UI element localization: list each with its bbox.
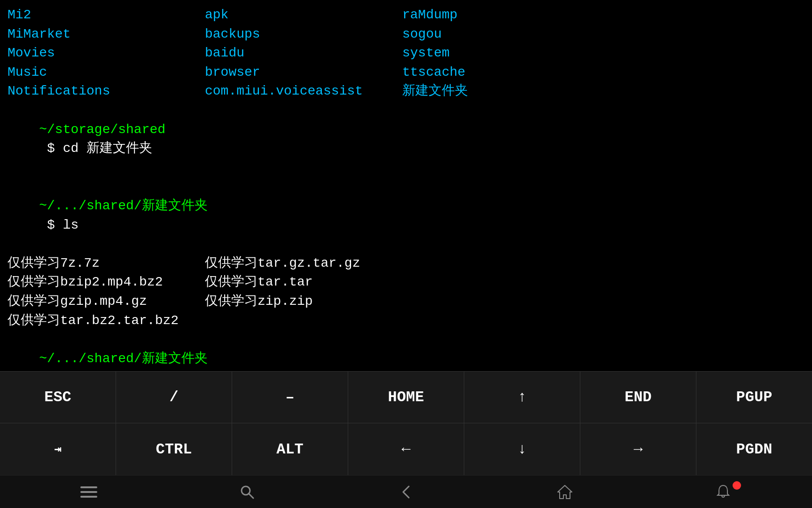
svg-rect-0 <box>80 486 97 488</box>
ls-col1-3: Movies <box>8 44 205 63</box>
svg-rect-1 <box>80 491 97 493</box>
prompt-1: ~/storage/shared <box>39 122 165 137</box>
ls-row-5: Notifications com.miui.voiceassist 新建文件夹 <box>8 82 804 101</box>
ls2-row-1: 仅供学习7z.7z 仅供学习tar.gz.tar.gz <box>8 254 804 273</box>
key-esc[interactable]: ESC <box>0 372 116 423</box>
ls-col2-4: browser <box>205 63 402 82</box>
ls-col3-3: system <box>402 44 804 63</box>
key-pgup[interactable]: PGUP <box>696 372 812 423</box>
cmd1-text: $ cd 新建文件夹 <box>39 141 152 156</box>
ls2-col2-3: 仅供学习zip.zip <box>205 292 402 311</box>
ls-row-2: MiMarket backups sogou <box>8 25 804 44</box>
svg-line-4 <box>249 493 253 498</box>
ls-col2-2: backups <box>205 25 402 44</box>
ls-col1-2: MiMarket <box>8 25 205 44</box>
keyboard-row-2: ⇥ CTRL ALT ← ↓ → PGDN <box>0 423 812 475</box>
ls2-col1-1: 仅供学习7z.7z <box>8 254 205 273</box>
nav-search[interactable] <box>228 480 266 504</box>
home-icon <box>557 484 573 500</box>
ls-col3-2: sogou <box>402 25 804 44</box>
key-slash[interactable]: / <box>116 372 232 423</box>
terminal-area: Mi2 apk raMdump MiMarket backups sogou M… <box>0 0 812 371</box>
keyboard: ESC / – HOME ↑ END PGUP ⇥ CTRL ALT ← ↓ →… <box>0 371 812 475</box>
notification-dot <box>733 481 741 490</box>
ls-col3-5: 新建文件夹 <box>402 82 804 101</box>
ls-col1-5: Notifications <box>8 82 205 101</box>
ls2-col2-4 <box>205 311 402 331</box>
ls2-col2-2: 仅供学习tar.tar <box>205 273 402 292</box>
ls-col2-5: com.miui.voiceassist <box>205 82 402 101</box>
ls-row-3: Movies baidu system <box>8 44 804 63</box>
ls-col2-3: baidu <box>205 44 402 63</box>
ls2-row-2: 仅供学习bzip2.mp4.bz2 仅供学习tar.tar <box>8 273 804 292</box>
key-right[interactable]: → <box>580 423 696 475</box>
prompt-3: ~/.../shared/新建文件夹 <box>39 351 207 366</box>
cmd1-line: ~/storage/shared $ cd 新建文件夹 <box>8 101 804 177</box>
ls-col3-4: ttscache <box>402 63 804 82</box>
key-tab[interactable]: ⇥ <box>0 423 116 475</box>
navbar <box>0 475 812 508</box>
key-up[interactable]: ↑ <box>464 372 580 423</box>
nav-menu[interactable] <box>70 480 108 504</box>
ls2-col1-4: 仅供学习tar.bz2.tar.bz2 <box>8 311 205 331</box>
ls2-col1-2: 仅供学习bzip2.mp4.bz2 <box>8 273 205 292</box>
ls-row-1: Mi2 apk raMdump <box>8 6 804 25</box>
key-pgdn[interactable]: PGDN <box>696 423 812 475</box>
nav-notification[interactable] <box>704 480 742 504</box>
menu-icon <box>80 485 97 499</box>
ls2-row-3: 仅供学习gzip.mp4.gz 仅供学习zip.zip <box>8 292 804 311</box>
ls2-col1-3: 仅供学习gzip.mp4.gz <box>8 292 205 311</box>
svg-marker-5 <box>558 485 572 499</box>
notification-icon <box>716 484 731 500</box>
cmd2-line: ~/.../shared/新建文件夹 $ ls <box>8 177 804 254</box>
search-icon <box>240 484 255 500</box>
key-ctrl[interactable]: CTRL <box>116 423 232 475</box>
ls2-row-4: 仅供学习tar.bz2.tar.bz2 <box>8 311 804 331</box>
key-home[interactable]: HOME <box>348 372 464 423</box>
prompt-2: ~/.../shared/新建文件夹 <box>39 198 207 213</box>
keyboard-row-1: ESC / – HOME ↑ END PGUP <box>0 372 812 423</box>
svg-rect-2 <box>80 496 97 498</box>
ls-col1-4: Music <box>8 63 205 82</box>
key-down[interactable]: ↓ <box>464 423 580 475</box>
key-end[interactable]: END <box>580 372 696 423</box>
cmd3-line: ~/.../shared/新建文件夹 $ <box>8 330 804 371</box>
cmd3-text: $ <box>39 370 62 371</box>
back-icon <box>398 484 414 500</box>
cmd2-text: $ ls <box>39 218 78 232</box>
key-dash[interactable]: – <box>232 372 348 423</box>
nav-back[interactable] <box>387 480 425 504</box>
ls-row-4: Music browser ttscache <box>8 63 804 82</box>
ls-col2-1: apk <box>205 6 402 25</box>
ls2-col2-1: 仅供学习tar.gz.tar.gz <box>205 254 402 273</box>
ls-col3-1: raMdump <box>402 6 804 25</box>
key-alt[interactable]: ALT <box>232 423 348 475</box>
key-left[interactable]: ← <box>348 423 464 475</box>
ls-col1-1: Mi2 <box>8 6 205 25</box>
nav-home[interactable] <box>546 480 584 504</box>
